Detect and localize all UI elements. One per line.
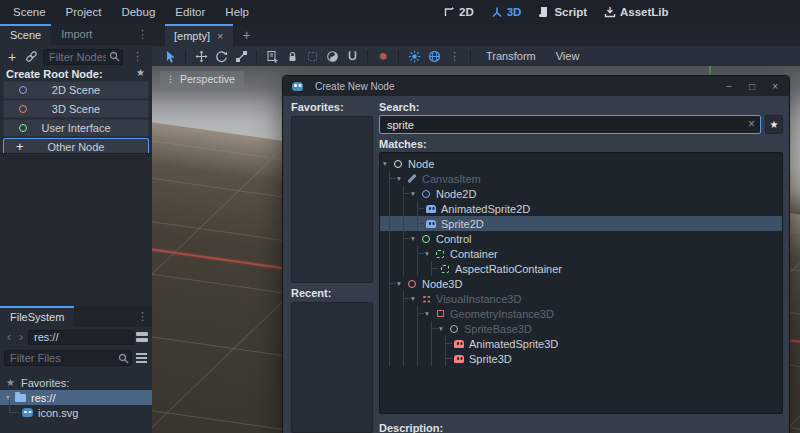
caret-down-icon[interactable]: ▾ [411, 231, 420, 246]
root-option-2d-scene[interactable]: 2D Scene [3, 81, 149, 99]
tab-close-icon[interactable]: × [217, 30, 223, 42]
dock-menu-icon[interactable]: ⋮ [133, 24, 152, 45]
menu-debug[interactable]: Debug [121, 6, 155, 18]
lock-icon[interactable] [285, 49, 299, 63]
minimize-icon[interactable]: − [726, 81, 732, 92]
new-scene-tab-button[interactable]: + [233, 24, 261, 46]
tree-item[interactable]: AnimatedSprite3D [380, 336, 782, 351]
matches-tree[interactable]: ▾ Node ▾ CanvasItem ▾ Node2D AnimatedSpr… [379, 152, 783, 414]
root-option-3d-scene[interactable]: 3D Scene [3, 100, 149, 118]
workspace-3d-button[interactable]: 3D [491, 6, 522, 18]
local-space-icon[interactable] [325, 49, 339, 63]
scene-tree-menu-icon[interactable]: ⋮ [128, 46, 147, 67]
tree-item[interactable]: ▾ Node3D [380, 276, 782, 291]
node-type-icon [420, 233, 432, 245]
scale-tool-icon[interactable] [234, 49, 248, 63]
godot-icon [292, 82, 303, 91]
tree-item[interactable]: ▾ Node2D [380, 186, 782, 201]
node-type-icon [453, 353, 465, 365]
preview-environment-icon[interactable] [427, 49, 441, 63]
menu-editor[interactable]: Editor [175, 6, 205, 18]
tree-item[interactable]: ▾ Node [380, 156, 782, 171]
tree-item[interactable]: ▾ SpriteBase3D [380, 321, 782, 336]
sort-files-icon[interactable] [136, 353, 148, 363]
add-node-button[interactable]: + [5, 50, 19, 64]
caret-down-icon[interactable]: ▾ [439, 321, 448, 336]
tree-item[interactable]: ▾ GeometryInstance3D [380, 306, 782, 321]
dialog-titlebar[interactable]: Create New Node − □ × [283, 76, 789, 96]
filter-files-input[interactable] [4, 350, 132, 366]
scene-tab-empty[interactable]: [empty] × [165, 24, 233, 46]
control-icon [17, 122, 29, 134]
close-icon[interactable]: × [772, 81, 778, 92]
menu-scene[interactable]: Scene [13, 6, 46, 18]
workspace-assetlib-button[interactable]: AssetLib [604, 6, 669, 18]
caret-down-icon[interactable]: ▾ [411, 186, 420, 201]
scene-dock-tabs: Scene Import ⋮ [0, 24, 152, 45]
recent-list[interactable] [291, 302, 373, 433]
menu-help[interactable]: Help [225, 6, 249, 18]
caret-down-icon[interactable]: ▾ [6, 393, 15, 402]
caret-down-icon[interactable]: ▾ [397, 276, 406, 291]
tree-item[interactable]: ▾ VisualInstance3D [380, 291, 782, 306]
favorites-star-icon[interactable]: ★ [136, 67, 145, 78]
path-field[interactable] [28, 330, 134, 345]
maximize-icon[interactable]: □ [749, 81, 755, 92]
toolbar-separator [398, 50, 399, 63]
tree-item[interactable]: Sprite3D [380, 351, 782, 366]
nav-forward-icon[interactable]: › [16, 330, 26, 344]
tree-item[interactable]: ▾ Container [380, 246, 782, 261]
menu-project[interactable]: Project [66, 6, 102, 18]
selectable-list-icon[interactable] [265, 49, 279, 63]
preview-sunlight-icon[interactable] [407, 49, 421, 63]
create-root-node-header: Create Root Node: [6, 68, 103, 80]
tree-item[interactable]: ▾ CanvasItem [380, 171, 782, 186]
move-tool-icon[interactable] [194, 49, 208, 63]
transform-menu[interactable]: Transform [479, 50, 543, 62]
tree-item[interactable]: AnimatedSprite2D [380, 201, 782, 216]
tab-scene[interactable]: Scene [0, 24, 51, 45]
workspace-script-button[interactable]: Script [538, 6, 587, 18]
filesystem-menu-icon[interactable]: ⋮ [133, 306, 152, 327]
caret-down-icon[interactable]: ▾ [411, 291, 420, 306]
rotate-tool-icon[interactable] [214, 49, 228, 63]
toolbar-separator [367, 50, 368, 63]
search-input[interactable] [379, 115, 761, 134]
workspace-2d-button[interactable]: 2D [443, 6, 474, 18]
filter-nodes-field[interactable] [43, 49, 123, 65]
path-input[interactable] [28, 330, 134, 345]
folder-icon [15, 394, 26, 402]
tree-item[interactable]: AspectRatioContainer [380, 261, 782, 276]
caret-down-icon[interactable]: ▾ [425, 306, 434, 321]
search-field[interactable]: × [379, 115, 761, 134]
instance-scene-button[interactable] [24, 50, 38, 64]
filesystem-item-iconsvg[interactable]: icon.svg [0, 405, 152, 420]
scene-tree-empty-area[interactable] [0, 153, 152, 306]
snap-icon[interactable] [345, 49, 359, 63]
split-mode-icon[interactable] [136, 332, 148, 342]
caret-down-icon[interactable]: ▾ [383, 156, 392, 171]
tab-import[interactable]: Import [51, 24, 102, 45]
favorite-toggle-button[interactable]: ★ [765, 115, 783, 134]
group-icon[interactable] [305, 49, 319, 63]
caret-down-icon[interactable]: ▾ [397, 171, 406, 186]
favorites-list[interactable] [291, 116, 373, 283]
filesystem-dock-tabs: FileSystem ⋮ [0, 306, 152, 327]
select-tool-icon[interactable] [163, 49, 177, 63]
clear-search-icon[interactable]: × [748, 117, 755, 131]
node-type-icon [439, 263, 451, 275]
tab-filesystem[interactable]: FileSystem [0, 306, 74, 327]
filter-files-field[interactable] [4, 350, 132, 366]
nav-back-icon[interactable]: ‹ [4, 330, 14, 344]
filesystem-item-res[interactable]: ▾ res:// [0, 390, 152, 405]
viewport-settings-menu-icon[interactable]: ⋮ [447, 46, 462, 67]
caret-down-icon[interactable]: ▾ [425, 246, 434, 261]
tree-item[interactable]: ▾ Control [380, 231, 782, 246]
perspective-menu-button[interactable]: ⋮ Perspective [160, 71, 244, 88]
tree-item[interactable]: Sprite2D [380, 216, 782, 231]
override-camera-icon[interactable] [376, 49, 390, 63]
view-menu[interactable]: View [549, 50, 587, 62]
root-option-user-interface[interactable]: User Interface [3, 119, 149, 137]
3d-icon [491, 6, 503, 18]
scene-dock-toolbar: + ⋮ [0, 45, 152, 68]
